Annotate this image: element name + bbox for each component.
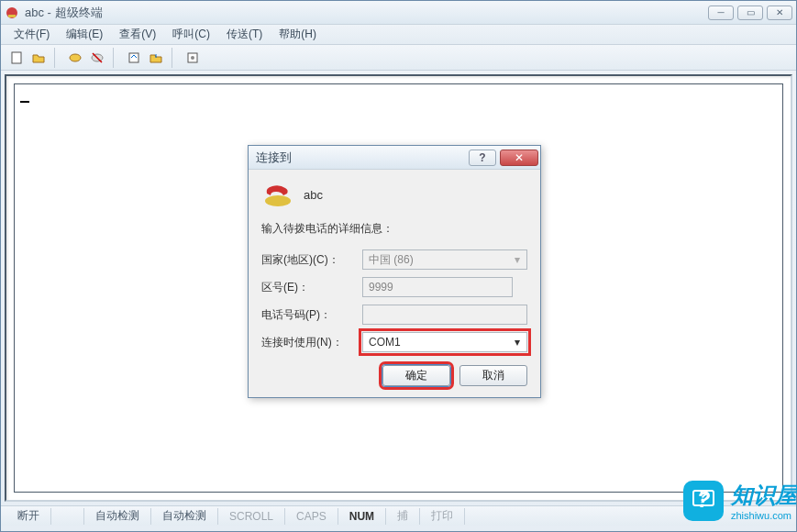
connect-using-select[interactable]: COM1 ▾ — [362, 332, 527, 352]
menu-edit[interactable]: 编辑(E) — [59, 25, 110, 44]
country-select[interactable]: 中国 (86) ▾ — [362, 249, 527, 270]
dialog-titlebar: 连接到 ? ✕ — [249, 146, 540, 170]
dialog-title: 连接到 — [256, 150, 465, 166]
status-scroll: SCROLL — [218, 508, 285, 525]
phone-icon — [261, 181, 294, 208]
menu-view[interactable]: 查看(V) — [112, 25, 163, 44]
svg-rect-1 — [8, 15, 16, 17]
titlebar: abc - 超级终端 ─ ▭ ✕ — [1, 1, 796, 25]
dialog-buttons: 确定 取消 — [261, 365, 527, 386]
dialog-header: abc — [261, 181, 527, 208]
menu-help[interactable]: 帮助(H) — [271, 25, 324, 44]
country-value: 中国 (86) — [369, 252, 414, 268]
watermark-brand: 知识屋 — [731, 482, 797, 507]
watermark-icon: ? — [683, 481, 724, 521]
status-connection: 断开 — [6, 508, 51, 525]
svg-point-3 — [70, 54, 81, 61]
cancel-button[interactable]: 取消 — [459, 365, 527, 386]
menu-call[interactable]: 呼叫(C) — [165, 25, 217, 44]
connect-value: COM1 — [369, 336, 401, 349]
menubar: 文件(F) 编辑(E) 查看(V) 呼叫(C) 传送(T) 帮助(H) — [1, 25, 796, 45]
call-icon[interactable] — [65, 48, 85, 68]
ok-button[interactable]: 确定 — [382, 365, 450, 386]
send-icon[interactable] — [124, 48, 144, 68]
status-num: NUM — [338, 508, 386, 525]
dialog-close-button[interactable]: ✕ — [500, 150, 538, 166]
status-autodetect1: 自动检测 — [84, 508, 151, 525]
chevron-down-icon: ▾ — [510, 253, 525, 266]
row-connect: 连接时使用(N)： COM1 ▾ — [261, 332, 527, 352]
phone-input[interactable] — [362, 305, 527, 325]
window-title: abc - 超级终端 — [25, 5, 703, 21]
status-capture: 捕 — [386, 508, 420, 525]
svg-rect-2 — [12, 52, 21, 63]
watermark-domain: zhishiwu.com — [731, 510, 797, 521]
disconnect-icon[interactable] — [87, 48, 107, 68]
connection-name: abc — [304, 188, 323, 202]
svg-point-8 — [191, 56, 194, 60]
separator — [54, 48, 60, 68]
cursor — [20, 101, 29, 103]
close-button[interactable]: ✕ — [767, 6, 792, 20]
properties-icon[interactable] — [183, 48, 203, 68]
status-print: 打印 — [420, 508, 465, 525]
app-icon — [5, 6, 19, 20]
chevron-down-icon: ▾ — [510, 336, 525, 349]
window-buttons: ─ ▭ ✕ — [708, 6, 792, 20]
row-area: 区号(E)： — [261, 277, 527, 297]
menu-transfer[interactable]: 传送(T) — [219, 25, 270, 44]
minimize-button[interactable]: ─ — [708, 6, 734, 20]
label-connect: 连接时使用(N)： — [261, 335, 362, 350]
label-country: 国家(地区)(C)： — [261, 252, 362, 268]
dialog-help-button[interactable]: ? — [469, 150, 496, 166]
separator — [113, 48, 118, 68]
separator — [172, 48, 177, 68]
watermark: ? 知识屋 zhishiwu.com — [683, 481, 797, 521]
maximize-button[interactable]: ▭ — [737, 6, 763, 20]
svg-point-9 — [265, 195, 291, 206]
status-spacer — [51, 508, 84, 525]
label-area: 区号(E)： — [261, 280, 362, 295]
area-input[interactable] — [362, 277, 513, 297]
toolbar — [1, 45, 796, 71]
watermark-text: 知识屋 zhishiwu.com — [731, 481, 797, 521]
connect-dialog: 连接到 ? ✕ abc 输入待拨电话的详细信息： 国家(地区)(C)： 中国 (… — [248, 145, 541, 398]
status-autodetect2: 自动检测 — [151, 508, 218, 525]
receive-icon[interactable] — [146, 48, 166, 68]
label-phone: 电话号码(P)： — [261, 307, 362, 323]
statusbar: 断开 自动检测 自动检测 SCROLL CAPS NUM 捕 打印 — [1, 505, 796, 526]
menu-file[interactable]: 文件(F) — [6, 25, 57, 44]
new-icon[interactable] — [6, 48, 27, 68]
open-icon[interactable] — [28, 48, 49, 68]
status-caps: CAPS — [285, 508, 338, 525]
row-country: 国家(地区)(C)： 中国 (86) ▾ — [261, 249, 527, 270]
row-phone: 电话号码(P)： — [261, 305, 527, 325]
dialog-prompt: 输入待拨电话的详细信息： — [261, 221, 527, 237]
dialog-body: abc 输入待拨电话的详细信息： 国家(地区)(C)： 中国 (86) ▾ 区号… — [249, 170, 540, 397]
